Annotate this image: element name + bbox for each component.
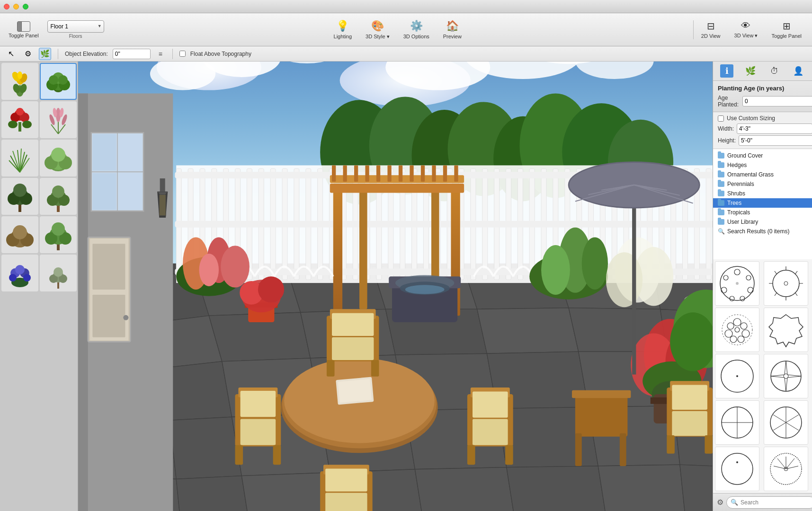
toggle-panel-left-button[interactable]: Toggle Panel	[5, 19, 43, 40]
svg-rect-294	[672, 411, 707, 436]
search-input[interactable]	[741, 499, 812, 506]
plant-item-12[interactable]	[40, 255, 77, 291]
plant-item-10[interactable]	[40, 216, 77, 253]
align-button[interactable]: ≡	[155, 49, 166, 59]
tree-thumbnail-2[interactable]	[764, 261, 808, 306]
tree-thumbnail-9[interactable]	[715, 447, 759, 491]
custom-sizing-label[interactable]: Use Custom Sizing	[727, 115, 775, 122]
custom-sizing-checkbox[interactable]	[718, 115, 724, 122]
minimize-button[interactable]	[13, 4, 19, 9]
svg-point-341	[736, 461, 738, 463]
toggle-panel-right-button[interactable]: ⊞ Toggle Panel	[766, 18, 807, 42]
plant-item-5[interactable]	[1, 140, 38, 176]
trees-category[interactable]: Trees	[713, 198, 812, 208]
svg-line-316	[775, 292, 777, 296]
right-panel: ℹ 🌿 ⏱ 👤 Planting Age (in years) Age Plan…	[713, 62, 812, 511]
svg-point-64	[15, 265, 25, 274]
hedges-category[interactable]: Hedges	[713, 160, 812, 170]
plant-item-7[interactable]	[1, 178, 38, 215]
svg-rect-274	[371, 360, 379, 377]
tree-thumbnail-3[interactable]	[715, 308, 759, 352]
age-planted-row: Age Planted:	[718, 95, 807, 108]
arrow-tool-button[interactable]: ↖	[5, 48, 17, 60]
tree-thumbnail-4[interactable]	[764, 308, 808, 352]
height-input[interactable]	[739, 135, 812, 146]
svg-marker-115	[170, 417, 241, 479]
svg-rect-296	[705, 435, 713, 454]
paint-tool-button[interactable]: ⚙	[22, 48, 34, 60]
svg-point-143	[123, 315, 128, 320]
settings-button[interactable]: ⚙	[717, 497, 723, 508]
toggle-panel-right-label: Toggle Panel	[771, 33, 802, 39]
svg-point-324	[738, 336, 744, 343]
svg-marker-129	[680, 465, 713, 511]
plant-item-8[interactable]	[40, 178, 77, 215]
float-above-label[interactable]: Float Above Topography	[190, 51, 251, 57]
svg-point-225	[258, 276, 284, 302]
search-results-label: Search Results (0 items)	[727, 228, 789, 235]
svg-rect-284	[473, 419, 508, 445]
tree-thumbnail-8[interactable]	[764, 400, 808, 445]
perennials-category[interactable]: Perennials	[713, 179, 812, 189]
float-above-checkbox[interactable]	[179, 51, 186, 57]
svg-point-12	[49, 75, 58, 85]
svg-rect-196	[175, 221, 713, 228]
svg-point-46	[13, 184, 27, 197]
3d-options-icon: ⚙️	[410, 20, 423, 32]
shrubs-label: Shrubs	[727, 190, 745, 197]
object-elevation-input[interactable]	[113, 49, 151, 59]
age-planted-input[interactable]	[742, 96, 812, 106]
3d-view-button[interactable]: 👁 3D View ▾	[729, 18, 764, 42]
planting-age-title: Planting Age (in years)	[718, 85, 807, 92]
preview-icon: 🏠	[446, 20, 459, 32]
svg-point-55	[13, 225, 27, 239]
preview-button[interactable]: 🏠 Preview	[437, 17, 467, 42]
svg-rect-210	[399, 165, 402, 182]
search-results-category[interactable]: 🔍 Search Results (0 items)	[713, 227, 812, 236]
tropicals-category[interactable]: Tropicals	[713, 208, 812, 217]
svg-rect-214	[443, 165, 447, 182]
svg-rect-267	[235, 445, 243, 465]
tree-thumbnail-7[interactable]	[715, 400, 759, 445]
tree-thumbnail-1[interactable]	[715, 261, 759, 306]
plant-item-4[interactable]	[40, 101, 77, 138]
tree-thumbnail-5[interactable]	[715, 354, 759, 398]
maximize-button[interactable]	[23, 4, 28, 9]
lighting-button[interactable]: 💡 Lighting	[328, 17, 358, 42]
plant-item-9[interactable]	[1, 216, 38, 253]
width-input[interactable]	[737, 123, 812, 134]
svg-point-303	[746, 275, 751, 280]
svg-rect-135	[92, 134, 116, 170]
folder-icon	[718, 172, 724, 177]
3d-view-icon: 👁	[741, 20, 750, 31]
lighting-icon: 💡	[336, 20, 349, 32]
plant-tool-button[interactable]: 🌿	[39, 48, 51, 60]
3d-options-button[interactable]: ⚙️ 3D Options	[398, 17, 435, 42]
clock-panel-button[interactable]: ⏱	[768, 64, 781, 78]
plant-item-6[interactable]	[40, 140, 77, 176]
user-library-category[interactable]: User Library	[713, 217, 812, 227]
plant-item-2[interactable]	[40, 63, 77, 100]
plant-item-11[interactable]	[1, 255, 38, 291]
plant-item-3[interactable]	[1, 101, 38, 138]
ground-cover-category[interactable]: Ground Cover	[713, 151, 812, 160]
settings-icon: ⚙	[717, 498, 723, 507]
plant-item-1[interactable]	[1, 63, 38, 100]
shrubs-category[interactable]: Shrubs	[713, 189, 812, 198]
floors-select[interactable]: Floor 1 Floor 2 Floor 3 Basement	[47, 20, 104, 33]
3d-style-button[interactable]: 🎨 3D Style ▾	[360, 17, 395, 43]
tree-thumbnail-6[interactable]	[764, 354, 808, 398]
2d-view-button[interactable]: ⊟ 2D View	[696, 18, 726, 42]
3d-style-label: 3D Style ▾	[366, 34, 390, 40]
svg-rect-202	[330, 184, 464, 193]
svg-rect-200	[359, 185, 367, 309]
age-planted-label: Age Planted:	[718, 95, 739, 108]
svg-rect-271	[332, 313, 374, 336]
ornamental-grass-category[interactable]: Ornamental Grass	[713, 170, 812, 179]
figure-panel-button[interactable]: 👤	[792, 64, 805, 78]
tree-thumbnail-10[interactable]	[764, 447, 808, 491]
plant-list-panel-button[interactable]: 🌿	[744, 64, 757, 78]
close-button[interactable]	[4, 4, 9, 9]
plant-grid	[0, 62, 78, 293]
info-panel-button[interactable]: ℹ	[720, 64, 733, 78]
